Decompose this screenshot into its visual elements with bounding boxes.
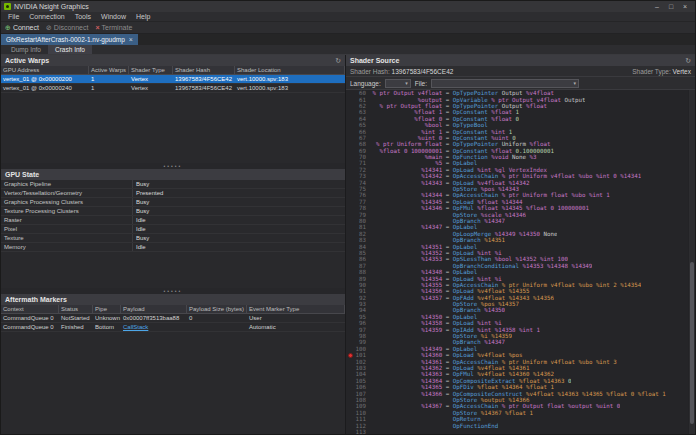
code-text: %14345 = OpLoad %float %14344 (369, 199, 523, 205)
menu-file[interactable]: File (3, 12, 24, 22)
refresh-icon[interactable]: ↻ (335, 57, 341, 65)
state-row: Graphics PipelineBusy (1, 180, 345, 189)
tab-crash-dump[interactable]: GfxRestartAfterCrash-0002-1.nv-gpudmp × (1, 34, 138, 45)
tab-dump-info[interactable]: Dump Info (4, 45, 48, 54)
menu-window[interactable]: Window (96, 12, 131, 22)
line-number: 87 (354, 263, 369, 269)
code-text: %14360 = OpLoad %v4float %pos (369, 352, 523, 358)
code-text: %14353 = OpSLessThan %bool %14352 %int_1… (369, 256, 568, 262)
nvidia-logo-icon (4, 3, 11, 10)
state-value: Idle (133, 225, 345, 233)
code-token: %v4float (526, 90, 554, 96)
column-header[interactable]: Shader Type (129, 66, 173, 74)
column-header[interactable]: Context (1, 305, 59, 313)
code-token: = (442, 97, 452, 103)
connect-button[interactable]: ⊕ Connect (5, 22, 39, 34)
minimize-button[interactable]: – (650, 1, 664, 12)
column-header[interactable]: Payload (121, 305, 187, 313)
cell: vert.10000.spv:183 (235, 84, 345, 92)
table-row[interactable]: vertex_01 @ 0x000002001Vertex13967583/4F… (1, 75, 345, 84)
table-row[interactable]: vertex_01 @ 0x000002401Vertex13967583/4F… (1, 84, 345, 93)
title-bar: NVIDIA Nsight Graphics – □ × (1, 1, 695, 12)
menu-connection[interactable]: Connection (24, 12, 69, 22)
code-token: OpCompositeExtract (453, 378, 516, 384)
shader-source-header: Shader Source ↻ (346, 55, 695, 66)
sub-tab-strip: Dump Info Crash Info (1, 45, 695, 55)
refresh-icon[interactable]: ↻ (685, 57, 691, 65)
code-token: %_ptr_Output_float (379, 103, 442, 109)
aftermath-markers-header: Aftermath Markers (1, 294, 345, 305)
vertical-scrollbar[interactable] (688, 90, 695, 434)
code-token: OpAccessChain (453, 173, 498, 179)
code-token: OpLoad (453, 320, 474, 326)
main-content: Active Warps ↻ GPU AddressActive WarpsSh… (1, 55, 695, 434)
line-number: 70 (354, 154, 369, 160)
code-text: OpStore %output %14366 (369, 397, 530, 403)
file-dropdown[interactable]: ▾ (431, 79, 579, 88)
line-number: 102 (354, 359, 369, 365)
code-lines[interactable]: 60%_ptr_Output_v4float = OpTypePointer O… (346, 90, 688, 434)
column-header[interactable]: Status (59, 305, 93, 313)
code-token: %uint_0 (418, 135, 442, 141)
tab-close-icon[interactable]: × (129, 36, 133, 43)
code-token: = (442, 116, 452, 122)
code-token: = (442, 192, 452, 198)
code-token: OpIAdd (453, 327, 474, 333)
code-token: = (442, 269, 452, 275)
code-token: %float (488, 116, 516, 122)
cell: NotStarted (59, 314, 93, 322)
code-token: Output (498, 103, 526, 109)
code-token: OpLoad (453, 250, 474, 256)
tab-crash-info[interactable]: Crash Info (48, 45, 92, 54)
code-token: OpFunctionEnd (453, 423, 498, 429)
line-number: 86 (354, 256, 369, 262)
tab-label: GfxRestartAfterCrash-0002-1.nv-gpudmp (6, 36, 125, 43)
code-token: Uniform (498, 141, 529, 147)
line-number: 83 (354, 237, 369, 243)
line-number: 64 (354, 116, 369, 122)
code-token: = (442, 135, 452, 141)
code-text: %14367 = OpAccessChain %_ptr_Output_floa… (369, 403, 620, 409)
code-text: OpBranch %14347 (369, 339, 505, 345)
code-text: OpStore %scale %14346 (369, 212, 526, 218)
terminate-button[interactable]: × Terminate (95, 22, 132, 34)
maximize-button[interactable]: □ (664, 1, 678, 12)
code-token: %float_0_100000001 (379, 148, 442, 154)
language-dropdown[interactable]: ▾ (385, 79, 411, 88)
column-header[interactable]: Event Marker Type (247, 305, 345, 313)
menu-help[interactable]: Help (131, 12, 155, 22)
code-token: OpFDiv (453, 384, 474, 390)
code-text: %uint_0 = OpConstant %uint 0 (369, 135, 516, 141)
code-token: = (442, 288, 452, 294)
line-number: 67 (354, 135, 369, 141)
state-row: Graphics Processing ClustersBusy (1, 198, 345, 207)
code-token: %14366 (421, 391, 442, 397)
table-row[interactable]: CommandQueue 0NotStartedUnknown0x00007ff… (1, 314, 345, 323)
menu-tools[interactable]: Tools (70, 12, 96, 22)
code-token: OpLabel (453, 244, 477, 250)
line-number: 105 (354, 378, 369, 384)
callstack-link[interactable]: CallStack (121, 323, 187, 331)
column-header[interactable]: Shader Hash (173, 66, 235, 74)
column-header[interactable]: GPU Address (1, 66, 89, 74)
line-number: 73 (354, 173, 369, 179)
line-number: 109 (354, 403, 369, 409)
line-number: 63 (354, 109, 369, 115)
code-token: %14344 (421, 192, 442, 198)
scrollbar-thumb[interactable] (690, 262, 694, 424)
gutter-marker[interactable] (346, 353, 354, 358)
close-button[interactable]: × (678, 1, 692, 12)
disconnect-button[interactable]: ⊘ Disconnect (46, 22, 89, 34)
code-text: %output = OpVariable %_ptr_Output_v4floa… (369, 97, 585, 103)
column-header[interactable]: Active Warps (89, 66, 129, 74)
line-number: 93 (354, 301, 369, 307)
code-token: OpLabel (453, 269, 477, 275)
column-header[interactable]: Shader Location (235, 66, 345, 74)
line-number: 92 (354, 295, 369, 301)
table-row[interactable]: CommandQueue 0FinishedBottomCallStackAut… (1, 323, 345, 332)
line-number: 94 (354, 307, 369, 313)
column-header[interactable]: Payload Size (bytes) (187, 305, 247, 313)
code-token: %_ptr_Uniform_v4float %ubo %int_0 %14341 (498, 173, 641, 179)
code-token: = (442, 154, 452, 160)
column-header[interactable]: Pipe (93, 305, 121, 313)
